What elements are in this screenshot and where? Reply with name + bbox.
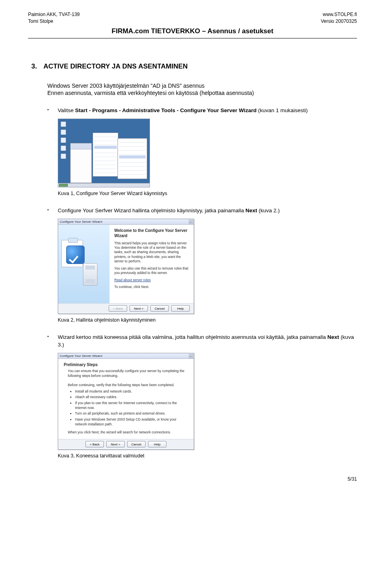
wiz2-titlebar: Configure Your Server Wizard × <box>58 219 194 225</box>
wiz3-lead: Before continuing, verify that the follo… <box>68 383 188 387</box>
figure-3: Configure Your Server Wizard × Prelimina… <box>58 353 357 450</box>
fig1-start-button <box>59 184 68 187</box>
wiz3-li-1: Attach all necessary cables. <box>75 395 188 399</box>
lead-line-2: Ennen asennusta, varmista että verkkoyht… <box>47 90 357 96</box>
fig1-desktop-icons <box>61 121 66 159</box>
cancel-button[interactable]: Cancel <box>127 441 146 447</box>
page: Paimion AKK, TVAT-139 www.STOLPE.fi Tomi… <box>0 0 385 467</box>
close-icon[interactable]: × <box>189 354 193 358</box>
page-number: 5/31 <box>0 467 385 487</box>
figure-1 <box>58 119 357 187</box>
section-number: 3. <box>31 62 37 70</box>
b1-pre: Valitse <box>58 107 75 113</box>
bullet-3: Wizard kertoo mitä koneessa pitää olla v… <box>47 333 357 349</box>
b3-pre: Wizard kertoo mitä koneessa pitää olla v… <box>58 334 327 340</box>
wiz3-li-0: Install all modems and network cards. <box>75 389 188 394</box>
wiz3-li-2: If you plan to use this server for Inter… <box>75 401 188 411</box>
b2-post: (kuva 2.) <box>257 207 280 213</box>
section-title: ACTIVE DIRECTORY JA DNS ASENTAMINEN <box>43 62 188 70</box>
hdr-left-1: Paimion AKK, TVAT-139 <box>28 11 80 18</box>
wiz3-content: Preliminary Steps You can ensure that yo… <box>58 359 194 439</box>
next-button[interactable]: Next > <box>106 441 125 447</box>
wiz2-buttons: < Back Next > Cancel Help <box>58 303 194 314</box>
header-rule <box>28 38 357 38</box>
hdr-right-1: www.STOLPE.fi <box>323 11 357 18</box>
hdr-left-2: Tomi Stolpe <box>28 18 53 25</box>
fig1-programs-menu <box>93 133 118 177</box>
close-icon[interactable]: × <box>189 220 193 224</box>
wiz3-li-3: Turn on all peripherals, such as printer… <box>75 411 188 416</box>
b2-pre: Configure Your Serfver Wizard hallinta o… <box>58 207 245 213</box>
wiz2-title: Configure Your Server Wizard <box>60 220 102 224</box>
wiz3-heading: Preliminary Steps <box>64 362 188 368</box>
fig1-taskbar <box>58 183 150 187</box>
wiz2-illustration <box>58 225 109 303</box>
wiz2-heading: Welcome to the Configure Your Server Wiz… <box>114 228 189 239</box>
bullet-1: Valitse Start - Programs - Administrativ… <box>47 107 357 115</box>
wizard-welcome-dialog: Configure Your Server Wizard × Welcome t… <box>58 219 194 314</box>
b1-bold: Start - Programs - Administrative Tools … <box>75 107 256 113</box>
bullet-2: Configure Your Serfver Wizard hallinta o… <box>47 207 357 215</box>
wiz2-p2: You can also use this wizard to remove r… <box>114 266 189 276</box>
wiz3-buttons: < Back Next > Cancel Help <box>58 439 194 449</box>
cancel-button[interactable]: Cancel <box>150 305 169 312</box>
help-button[interactable]: Help <box>148 441 166 447</box>
lead-line-1: Windows Server 2003 käyttöjärjestelmän "… <box>47 83 357 89</box>
fig1-start-panel <box>70 143 92 183</box>
hdr-right-2: Versio 20070325 <box>321 18 357 25</box>
b3-bold: Next <box>327 334 339 340</box>
wiz3-sub: You can ensure that you successfully con… <box>68 369 188 379</box>
wiz3-list: Install all modems and network cards. At… <box>75 389 188 427</box>
caption-2: Kuva 2, Hallinta ohjelmiston käynnistymi… <box>58 317 357 323</box>
next-button[interactable]: Next > <box>130 305 148 312</box>
b1-post: (kuvan 1 mukaisesti) <box>257 107 308 113</box>
back-button[interactable]: < Back <box>85 441 104 447</box>
figure-2: Configure Your Server Wizard × Welcome t… <box>58 219 357 314</box>
wizard-prelim-dialog: Configure Your Server Wizard × Prelimina… <box>58 353 194 450</box>
wiz2-link[interactable]: Read about server roles <box>114 278 151 282</box>
fig1-desktop <box>58 119 150 187</box>
caption-1: Kuva 1, Configure Your Server Wizard käy… <box>58 191 357 196</box>
wiz3-title: Configure Your Server Wizard <box>60 354 102 358</box>
fig1-admin-tools-menu <box>118 138 147 179</box>
b2-bold: Next <box>245 207 257 213</box>
wiz3-titlebar: Configure Your Server Wizard × <box>58 353 194 359</box>
page-header: Paimion AKK, TVAT-139 www.STOLPE.fi Tomi… <box>28 11 357 38</box>
document-title: FIRMA.com TIETOVERKKO – Asennus / asetuk… <box>28 26 357 36</box>
wiz3-li-4: Have your Windows Server 2003 Setup CD a… <box>75 417 188 427</box>
wiz2-p1: This wizard helps you assign roles to th… <box>114 241 189 264</box>
wiz2-content: Welcome to the Configure Your Server Wiz… <box>109 225 194 303</box>
section-heading: 3. ACTIVE DIRECTORY JA DNS ASENTAMINEN <box>31 62 357 70</box>
wiz3-after: When you click Next, the wizard will sea… <box>68 430 188 435</box>
caption-3: Kuva 3, Koneessa tarvittavat valmiudet <box>58 453 357 459</box>
lead-text: Windows Server 2003 käyttöjärjestelmän "… <box>47 83 357 96</box>
wiz2-p3: To continue, click Next. <box>114 285 189 289</box>
back-button: < Back <box>109 305 127 312</box>
help-button[interactable]: Help <box>171 305 190 312</box>
